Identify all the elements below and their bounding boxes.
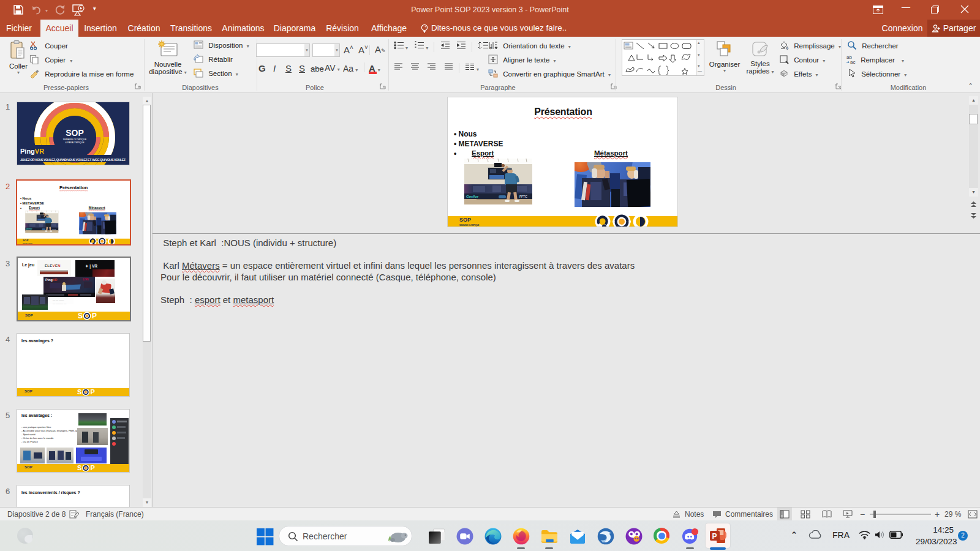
svg-text:P: P — [92, 312, 97, 320]
svg-text:SOP: SOP — [66, 128, 84, 138]
svg-text:JOUEZ OÙ VOUS VOULEZ, QUAND VO: JOUEZ OÙ VOUS VOULEZ, QUAND VOUS VOULEZ … — [20, 158, 126, 162]
svg-text:PingVR: PingVR — [20, 148, 44, 155]
svg-text:S: S — [77, 388, 81, 395]
svg-text:ac: ac — [850, 59, 855, 64]
svg-text:P: P — [91, 464, 95, 471]
svg-text:& PARALYMPIQUE: & PARALYMPIQUE — [65, 141, 85, 144]
svg-text:S: S — [78, 312, 83, 320]
svg-text:SEMAINE OLYMPIQUE: SEMAINE OLYMPIQUE — [63, 138, 87, 141]
svg-text:P: P — [712, 532, 717, 541]
svg-text:S: S — [77, 464, 81, 471]
svg-text:P: P — [91, 388, 95, 395]
